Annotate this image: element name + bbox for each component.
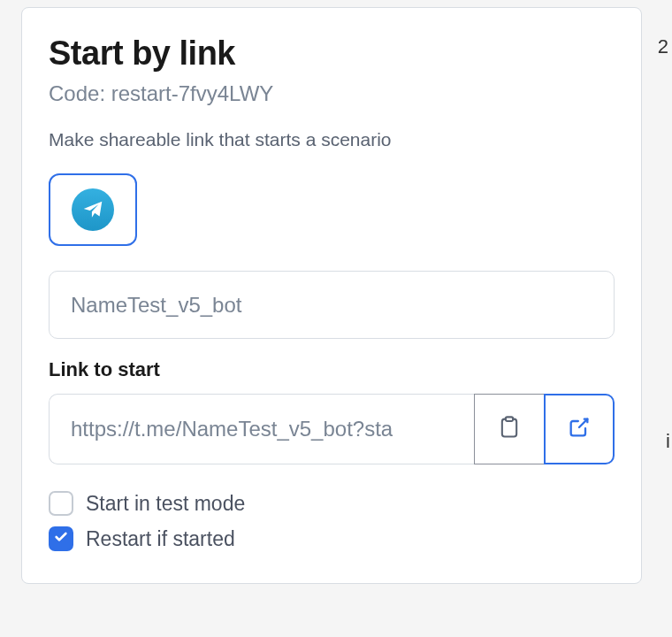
link-section-label: Link to start [49,358,615,381]
code-line: Code: restart-7fvy4LWY [49,81,615,106]
external-link-icon [567,415,592,443]
link-input[interactable] [49,394,474,464]
panel-title: Start by link [49,35,615,73]
checkbox-test-mode[interactable] [49,491,73,516]
checkbox-label-restart: Restart if started [86,527,235,551]
service-selector-telegram[interactable] [49,173,137,246]
copy-link-button[interactable] [474,394,545,464]
link-row [49,394,615,464]
svg-rect-1 [506,417,513,421]
code-label: Code: [49,81,105,105]
code-value: restart-7fvy4LWY [111,81,274,105]
checkbox-restart[interactable] [49,526,73,551]
panel-description: Make shareable link that starts a scenar… [49,129,615,150]
telegram-icon [72,188,114,231]
clipboard-icon [497,415,522,443]
option-restart[interactable]: Restart if started [49,526,615,551]
checkbox-label-test-mode: Start in test mode [86,492,245,516]
option-test-mode[interactable]: Start in test mode [49,491,615,516]
start-by-link-panel: Start by link Code: restart-7fvy4LWY Mak… [21,7,642,584]
open-link-button[interactable] [544,394,615,464]
background-text: 2 [658,35,668,58]
background-text: i [666,430,670,453]
bot-name-input[interactable] [49,271,615,339]
check-icon [54,530,68,548]
